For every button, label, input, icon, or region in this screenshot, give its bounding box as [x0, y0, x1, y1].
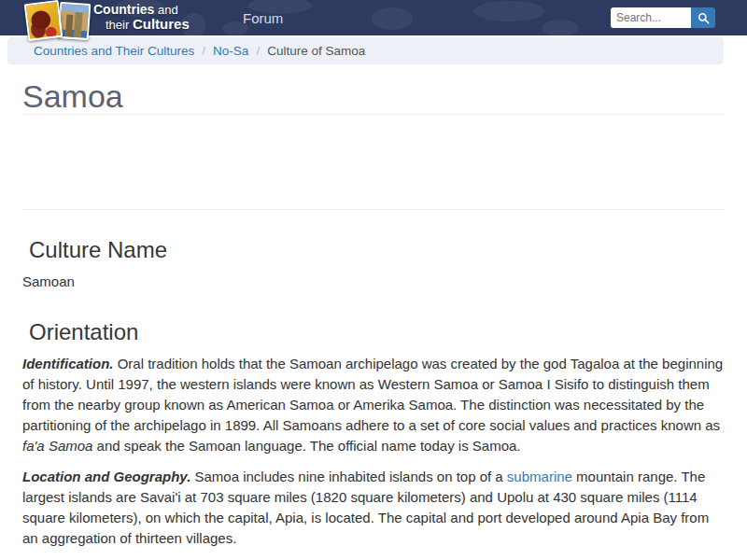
italic-term-faa-samoa: fa'a Samoa	[22, 438, 92, 454]
submarine-link[interactable]: submarine	[507, 469, 572, 484]
breadcrumb: Countries and Their Cultures/No-Sa/Cultu…	[7, 37, 724, 64]
location-lead: Location and Geography.	[22, 469, 190, 484]
section-heading-culture-name: Culture Name	[22, 237, 725, 263]
article: Samoa Culture Name Samoan Orientation Id…	[0, 79, 747, 560]
page: Countries and their Cultures Forum Count…	[0, 0, 747, 560]
breadcrumb-separator: /	[202, 44, 205, 58]
magnifier-icon	[698, 12, 710, 24]
top-navbar: Countries and their Cultures Forum	[0, 0, 747, 35]
breadcrumb-link-no-sa[interactable]: No-Sa	[213, 44, 248, 58]
site-logo[interactable]: Countries and their Cultures	[26, 0, 209, 35]
logo-line2-plain: their	[106, 18, 133, 32]
breadcrumb-separator: /	[256, 44, 260, 58]
identification-text-2: and speak the Samoan language. The offic…	[92, 438, 520, 454]
identification-lead: Identification.	[22, 356, 114, 371]
logo-text: Countries and their Cultures	[93, 3, 190, 32]
ad-placeholder	[22, 115, 725, 209]
logo-line2-bold: Cultures	[133, 16, 190, 32]
location-text-1: Samoa includes nine inhabited islands on…	[190, 469, 507, 484]
identification-text-1: Oral tradition holds that the Samoan arc…	[22, 356, 723, 433]
nav-forum-link[interactable]: Forum	[243, 10, 283, 26]
logo-photo-carving	[24, 0, 63, 41]
search-form	[611, 7, 715, 28]
logo-line1-bold: Countries	[93, 2, 154, 17]
breadcrumb-link-home[interactable]: Countries and Their Cultures	[34, 44, 194, 58]
search-input[interactable]	[611, 7, 691, 28]
culture-name-value: Samoan	[22, 272, 725, 292]
section-heading-orientation: Orientation	[22, 319, 725, 345]
search-button[interactable]	[691, 7, 715, 28]
divider-bottom	[22, 209, 725, 210]
paragraph-location-geography: Location and Geography. Samoa includes n…	[22, 467, 725, 549]
page-title: Samoa	[22, 79, 725, 114]
paragraph-identification: Identification. Oral tradition holds tha…	[22, 354, 725, 456]
logo-line1-rest: and	[154, 3, 177, 17]
breadcrumb-current: Culture of Samoa	[267, 44, 365, 58]
